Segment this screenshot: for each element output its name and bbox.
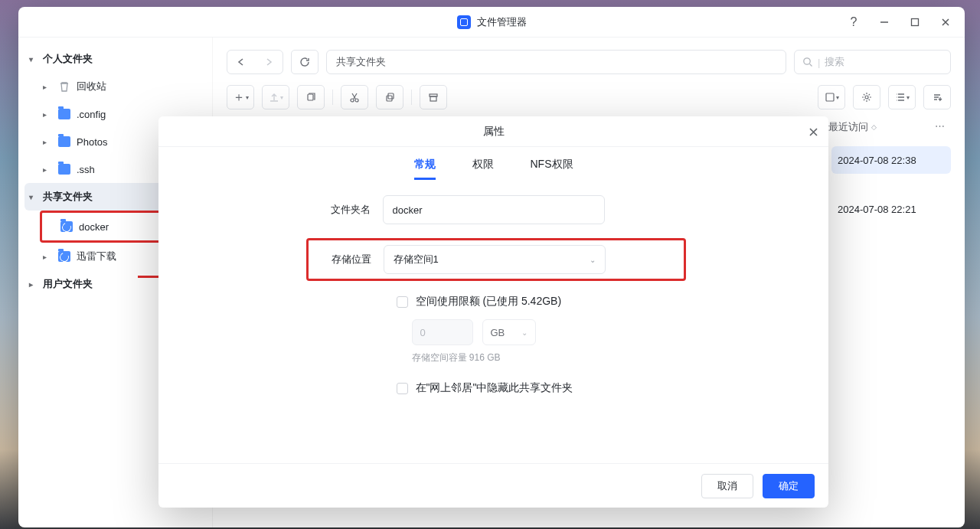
label-location: 存储位置 bbox=[315, 253, 384, 266]
maximize-button[interactable] bbox=[900, 9, 929, 35]
upload-button[interactable]: ▾ bbox=[262, 85, 289, 109]
input-folder-name[interactable] bbox=[383, 195, 605, 224]
section-label: 个人文件夹 bbox=[43, 52, 93, 66]
annotation-highlight-store: 存储位置 存储空间1 ⌄ bbox=[306, 238, 686, 281]
hide-label: 在"网上邻居"中隐藏此共享文件夹 bbox=[416, 381, 573, 395]
titlebar: 文件管理器 ? bbox=[18, 7, 965, 38]
sidebar-item-trash[interactable]: ▸ 回收站 bbox=[24, 73, 206, 100]
window-title: 文件管理器 bbox=[477, 15, 527, 29]
dialog-tabs: 常规 权限 NFS权限 bbox=[158, 147, 828, 188]
search-icon bbox=[802, 57, 813, 67]
archive-button[interactable] bbox=[420, 85, 447, 109]
path-input[interactable]: 共享文件夹 bbox=[326, 50, 786, 74]
sort-icon: ◇ bbox=[871, 123, 877, 131]
new-button[interactable]: ＋▾ bbox=[227, 85, 254, 109]
sidebar-item-label: Photos bbox=[77, 136, 107, 148]
capacity-hint: 存储空间容量 916 GB bbox=[412, 351, 674, 364]
close-button[interactable] bbox=[931, 9, 960, 35]
section-label: 共享文件夹 bbox=[43, 190, 93, 204]
window-title-group: 文件管理器 bbox=[457, 15, 527, 29]
label-folder-name: 文件夹名 bbox=[314, 203, 383, 217]
recent-time: 2024-07-08 22:38 bbox=[838, 155, 916, 166]
settings-button[interactable] bbox=[853, 85, 880, 109]
select-quota-unit: GB ⌄ bbox=[482, 319, 536, 345]
quota-inputs: 0 GB ⌄ bbox=[412, 319, 674, 345]
select-location[interactable]: 存储空间1 ⌄ bbox=[384, 245, 606, 274]
folder-sync-icon bbox=[57, 251, 72, 262]
cut-button[interactable] bbox=[341, 85, 368, 109]
row-hide-check[interactable]: 在"网上邻居"中隐藏此共享文件夹 bbox=[397, 381, 674, 395]
tab-general[interactable]: 常规 bbox=[414, 158, 436, 180]
cancel-button[interactable]: 取消 bbox=[701, 474, 753, 498]
row-location: 存储位置 存储空间1 ⌄ bbox=[315, 245, 678, 274]
svg-point-11 bbox=[865, 96, 868, 99]
row-quota-check[interactable]: 空间使用限额 (已使用 5.42GB) bbox=[397, 295, 674, 309]
minimize-button[interactable] bbox=[870, 9, 899, 35]
tab-permissions[interactable]: 权限 bbox=[472, 158, 494, 180]
checkbox-quota[interactable] bbox=[397, 296, 408, 308]
input-quota-value: 0 bbox=[412, 319, 473, 345]
caret-right-icon: ▸ bbox=[29, 280, 43, 289]
back-button[interactable] bbox=[227, 51, 255, 73]
dialog-title: 属性 bbox=[158, 116, 828, 147]
dialog-title-text: 属性 bbox=[483, 125, 505, 139]
list-view-button[interactable]: ▾ bbox=[888, 85, 916, 109]
svg-rect-10 bbox=[826, 93, 834, 101]
recent-time: 2024-07-08 22:21 bbox=[838, 204, 916, 215]
confirm-button[interactable]: 确定 bbox=[763, 474, 815, 498]
tab-nfs[interactable]: NFS权限 bbox=[531, 158, 573, 180]
paste-button[interactable] bbox=[376, 85, 403, 109]
svg-rect-3 bbox=[308, 94, 313, 100]
svg-rect-1 bbox=[912, 18, 919, 25]
help-button[interactable]: ? bbox=[839, 9, 868, 35]
dialog-form: 文件夹名 存储位置 存储空间1 ⌄ 空间使用限额 (已使用 5.42GB) bbox=[158, 188, 828, 463]
path-text: 共享文件夹 bbox=[336, 55, 386, 69]
quota-label: 空间使用限额 (已使用 5.42GB) bbox=[416, 295, 562, 309]
forward-button[interactable] bbox=[255, 51, 283, 73]
search-placeholder: 搜索 bbox=[825, 55, 844, 69]
caret-right-icon: ▸ bbox=[43, 110, 57, 119]
search-input[interactable]: | 搜索 bbox=[794, 50, 951, 74]
column-headers: 最近访问 ◇ ⋯ bbox=[828, 120, 951, 134]
column-label: 最近访问 bbox=[828, 120, 868, 134]
sidebar-item-label: docker bbox=[79, 221, 109, 233]
checkbox-hide[interactable] bbox=[397, 383, 408, 394]
svg-point-5 bbox=[355, 99, 358, 102]
table-row[interactable]: 2024-07-08 22:38 bbox=[831, 146, 951, 174]
chevron-down-icon: ⌄ bbox=[590, 256, 596, 264]
select-value: 存储空间1 bbox=[394, 253, 439, 266]
window-controls: ? bbox=[839, 7, 960, 37]
folder-sync-icon bbox=[59, 221, 74, 232]
toolbar-row1: 共享文件夹 | 搜索 bbox=[227, 50, 951, 74]
table-row[interactable]: 2024-07-08 22:21 bbox=[831, 195, 951, 223]
columns-menu-button[interactable]: ⋯ bbox=[928, 120, 951, 134]
caret-right-icon: ▸ bbox=[43, 83, 57, 91]
toolbar-row2: ＋▾ ▾ ▾ ▾ bbox=[227, 85, 951, 109]
caret-down-icon: ▾ bbox=[29, 193, 43, 201]
app-logo-icon bbox=[457, 15, 471, 29]
sidebar-item-label: 回收站 bbox=[77, 80, 106, 93]
caret-right-icon: ▸ bbox=[43, 138, 57, 146]
refresh-button[interactable] bbox=[291, 50, 318, 74]
nav-buttons bbox=[227, 50, 283, 74]
view-grid-button[interactable]: ▾ bbox=[818, 85, 845, 109]
caret-right-icon: ▸ bbox=[43, 253, 57, 261]
unit-text: GB bbox=[491, 327, 505, 338]
sidebar-section-personal[interactable]: ▾ 个人文件夹 bbox=[24, 45, 206, 73]
copy-button[interactable] bbox=[297, 85, 325, 109]
svg-point-2 bbox=[804, 58, 810, 64]
row-folder-name: 文件夹名 bbox=[314, 195, 674, 224]
sidebar-item-label: .ssh bbox=[77, 164, 95, 175]
sort-button[interactable] bbox=[923, 85, 951, 109]
folder-icon bbox=[57, 109, 72, 119]
sidebar-item-label: 迅雷下载 bbox=[77, 250, 116, 263]
chevron-down-icon: ⌄ bbox=[521, 328, 528, 337]
dialog-close-button[interactable] bbox=[802, 121, 824, 142]
svg-point-4 bbox=[351, 99, 354, 102]
section-label: 用户文件夹 bbox=[43, 277, 93, 291]
dialog-footer: 取消 确定 bbox=[158, 463, 828, 508]
trash-icon bbox=[57, 80, 72, 93]
column-recent[interactable]: 最近访问 ◇ bbox=[828, 120, 914, 134]
properties-dialog: 属性 常规 权限 NFS权限 文件夹名 存储位置 存储空间1 ⌄ bbox=[158, 116, 828, 508]
folder-icon bbox=[57, 164, 72, 175]
